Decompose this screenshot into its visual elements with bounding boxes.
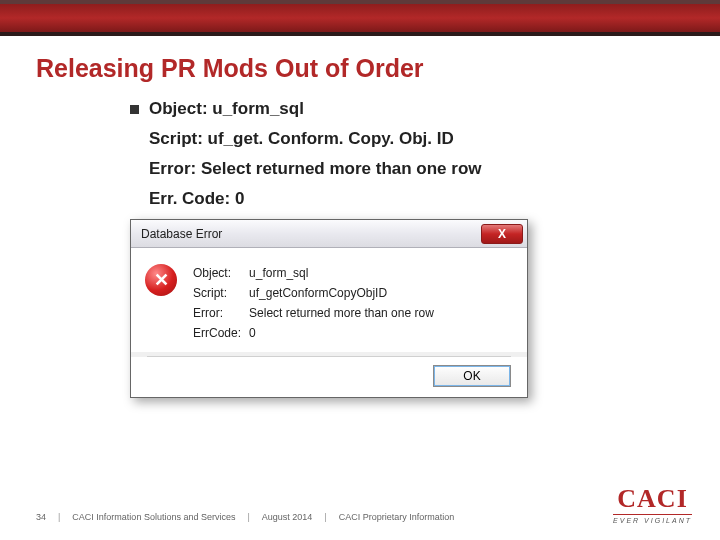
slide-title: Releasing PR Mods Out of Order (0, 36, 720, 93)
close-button[interactable]: X (481, 224, 523, 244)
error-icon: ✕ (145, 264, 177, 296)
error-dialog: Database Error X ✕ Object:u_form_sql Scr… (130, 219, 528, 398)
dialog-title: Database Error (141, 227, 481, 241)
footer-org: CACI Information Solutions and Services (72, 512, 235, 522)
ok-button[interactable]: OK (433, 365, 511, 387)
page-number: 34 (36, 512, 46, 522)
bullet-object: Object: u_form_sql (149, 99, 304, 119)
line-errcode: Err. Code: 0 (149, 189, 720, 209)
footer-date: August 2014 (262, 512, 313, 522)
dialog-message: Object:u_form_sql Script:uf_getConformCo… (191, 262, 442, 344)
dialog-titlebar: Database Error X (131, 220, 527, 248)
slide-footer: 34 | CACI Information Solutions and Serv… (0, 512, 720, 522)
line-error: Error: Select returned more than one row (149, 159, 720, 179)
caci-logo: CACI EVER VIGILANT (613, 486, 692, 524)
slide-content: Object: u_form_sql Script: uf_get. Confo… (0, 93, 720, 209)
line-script: Script: uf_get. Conform. Copy. Obj. ID (149, 129, 720, 149)
close-icon: X (498, 228, 506, 240)
footer-proprietary: CACI Proprietary Information (339, 512, 455, 522)
bullet-square-icon (130, 105, 139, 114)
top-banner (0, 0, 720, 36)
